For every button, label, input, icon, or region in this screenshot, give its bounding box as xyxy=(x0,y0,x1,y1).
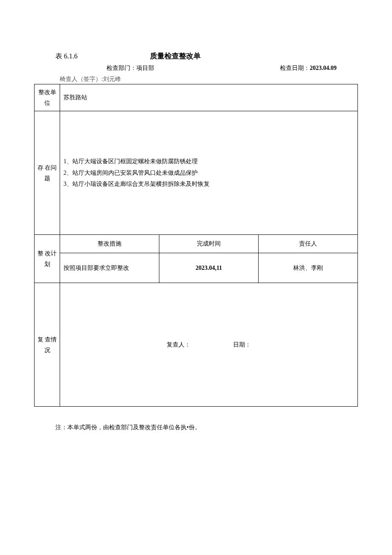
reviewer-label: 复查人： xyxy=(167,341,190,349)
problem-2: 2、站厅大端房间内已安装风管风口处未做成品保护 xyxy=(63,168,354,179)
table-number: 表 6.1.6 xyxy=(55,52,78,61)
header-row: 表 6.1.6 质量检查整改单 xyxy=(34,51,358,61)
dept-info: 检查部门：项目部 xyxy=(107,64,154,72)
complete-time-header: 完成时间 xyxy=(159,235,259,253)
plan-content-row: 按照项目部要求立即整改 2023.04,11 林洪、李刚 xyxy=(35,253,358,283)
measure-value: 按照项目部要求立即整改 xyxy=(60,253,159,283)
unit-value: 苏胜路站 xyxy=(60,84,358,111)
review-row: 复 查情 况 复查人： 日期： xyxy=(35,283,358,407)
problem-3: 3、站厅小瑞设备区走廊综合支吊架横担拆除未及时恢复 xyxy=(63,179,354,190)
problems-content: 1、站厅大端设备区门框固定螺栓未做防腐防锈处理 2、站厅大端房间内已安装风管风口… xyxy=(60,111,358,235)
responsible-header: 责任人 xyxy=(259,235,358,253)
problems-label: 存 在问题 xyxy=(35,111,60,235)
unit-label: 整改单位 xyxy=(35,84,60,111)
plan-header-row: 整 改计 划 整改措施 完成时间 责任人 xyxy=(35,235,358,253)
measure-header: 整改措施 xyxy=(60,235,159,253)
complete-time-value: 2023.04,11 xyxy=(159,253,259,283)
inspector-value: 刘元峰 xyxy=(103,76,121,82)
plan-label: 整 改计 划 xyxy=(35,235,60,283)
footer-note: 注：本单式两份，由检查部门及整改责任单位各执•份。 xyxy=(55,424,358,431)
review-bottom: 复查人： 日期： xyxy=(63,341,354,349)
dept-value: 项目部 xyxy=(136,65,154,71)
inspector-label: 椅查人（签字）: xyxy=(60,76,103,82)
form-title: 质量检查整改单 xyxy=(150,51,201,61)
review-content: 复查人： 日期： xyxy=(60,283,358,407)
main-table: 整改单位 苏胜路站 存 在问题 1、站厅大端设备区门框固定螺栓未做防腐防锈处理 … xyxy=(34,84,358,407)
unit-row: 整改单位 苏胜路站 xyxy=(35,84,358,111)
problems-row: 存 在问题 1、站厅大端设备区门框固定螺栓未做防腐防锈处理 2、站厅大端房间内已… xyxy=(35,111,358,235)
info-row: 检查部门：项目部 检查日期：2023.04.09 xyxy=(34,64,358,72)
dept-label: 检查部门： xyxy=(107,65,136,71)
review-date-label: 日期： xyxy=(233,341,251,349)
date-info: 检查日期：2023.04.09 xyxy=(280,64,337,72)
problem-1: 1、站厅大端设备区门框固定螺栓未做防腐防锈处理 xyxy=(63,156,354,168)
inspector-row: 椅查人（签字）:刘元峰 xyxy=(60,75,358,83)
date-label: 检查日期： xyxy=(280,65,310,71)
responsible-value: 林洪、李刚 xyxy=(259,253,358,283)
date-value: 2023.04.09 xyxy=(310,65,337,71)
review-label: 复 查情 况 xyxy=(35,283,60,407)
